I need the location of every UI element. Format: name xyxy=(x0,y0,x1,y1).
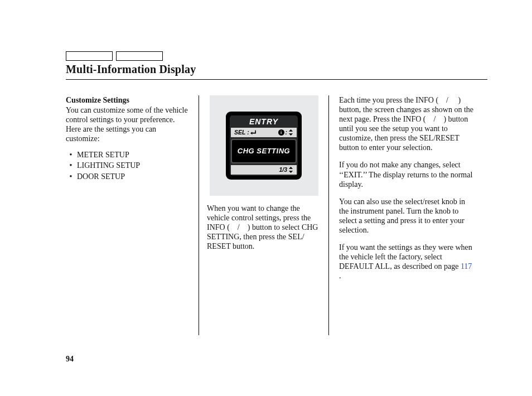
device-illustration: ENTRY SEL : i : CHG xyxy=(210,95,318,196)
column-2: ENTRY SEL : i : CHG xyxy=(199,95,328,335)
sel-label: SEL : xyxy=(234,129,249,136)
svg-marker-3 xyxy=(289,171,293,173)
settings-bullet-list: METER SETUP LIGHTING SETUP DOOR SETUP xyxy=(68,150,188,181)
top-placeholder-boxes xyxy=(66,51,487,61)
bullet-label: METER SETUP xyxy=(77,150,129,160)
sel-group: SEL : xyxy=(234,129,256,136)
page-title: Multi-Information Display xyxy=(66,63,487,80)
content-columns: Customize Settings You can customize som… xyxy=(66,95,487,335)
placeholder-box-1 xyxy=(66,51,113,61)
svg-marker-1 xyxy=(289,133,293,136)
bullet-label: DOOR SETUP xyxy=(77,172,125,181)
col3-paragraph-2: If you do not make any changes, select ‘… xyxy=(339,160,474,189)
svg-marker-2 xyxy=(289,167,293,169)
page-number: 94 xyxy=(66,355,74,364)
col3-paragraph-4: If you want the settings as they were wh… xyxy=(339,243,474,281)
lcd-inner: ENTRY SEL : i : CHG xyxy=(230,115,298,176)
page-indicator-group: 1/3 xyxy=(279,166,293,173)
page-link-117[interactable]: 117 xyxy=(461,262,472,271)
list-item: METER SETUP xyxy=(68,150,188,160)
manual-page: Multi-Information Display Customize Sett… xyxy=(0,0,532,396)
column-1: Customize Settings You can customize som… xyxy=(66,95,199,335)
column-3: Each time you press the INFO ( / ) butto… xyxy=(329,95,474,335)
para4-post: . xyxy=(339,272,341,280)
enter-arrow-icon xyxy=(250,129,256,135)
bullet-label: LIGHTING SETUP xyxy=(77,161,140,170)
info-colon: : xyxy=(286,129,288,136)
para4-pre: If you want the settings as they were wh… xyxy=(339,243,472,271)
lcd-entry-label: ENTRY xyxy=(231,117,297,128)
lcd-body-label: CHG SETTING xyxy=(231,139,297,163)
up-down-icon xyxy=(288,129,293,136)
col3-paragraph-1: Each time you press the INFO ( / ) butto… xyxy=(339,95,474,152)
bullet-icon xyxy=(68,172,74,181)
customize-settings-intro: You can customize some of the vehicle co… xyxy=(66,105,188,143)
customize-settings-heading: Customize Settings xyxy=(66,95,188,105)
info-icon: i xyxy=(278,129,284,136)
bullet-icon xyxy=(68,150,74,160)
svg-marker-0 xyxy=(289,129,293,132)
lcd-sel-info-row: SEL : i : xyxy=(231,128,297,137)
lcd-footer-row: 1/3 xyxy=(231,165,297,175)
list-item: DOOR SETUP xyxy=(68,172,188,181)
page-indicator: 1/3 xyxy=(279,166,287,173)
bullet-icon xyxy=(68,161,74,170)
lcd-device: ENTRY SEL : i : CHG xyxy=(226,112,302,180)
info-group: i : xyxy=(278,129,294,136)
col3-paragraph-3: You can also use the select/reset knob i… xyxy=(339,197,474,235)
col2-paragraph-1: When you want to change the vehicle cont… xyxy=(207,204,321,251)
list-item: LIGHTING SETUP xyxy=(68,161,188,170)
up-down-icon xyxy=(288,167,293,173)
placeholder-box-2 xyxy=(116,51,163,61)
